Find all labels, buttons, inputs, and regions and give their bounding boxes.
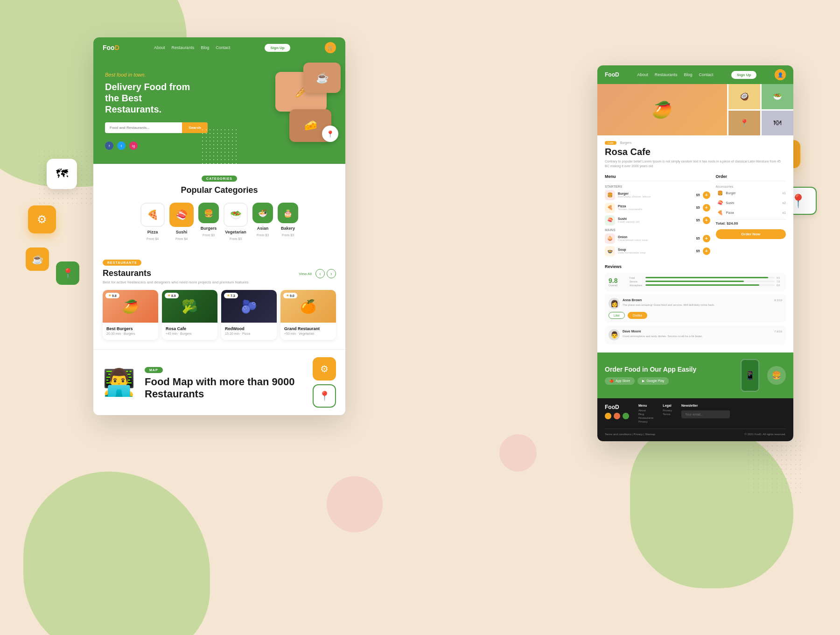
social-instagram[interactable]: ig: [129, 141, 138, 150]
detail-columns: Menu STARTERS 🍔 Burger Beef patty, chees…: [597, 174, 793, 264]
right-nav-about[interactable]: About: [637, 72, 648, 77]
footer-link-0-0[interactable]: About: [638, 409, 653, 412]
footer-link-0-3[interactable]: Privacy: [638, 420, 653, 423]
nav-link-restaurants[interactable]: Restaurants: [172, 45, 195, 50]
category-sushi[interactable]: 🍣 Sushi From $4: [169, 203, 194, 240]
menu-item-price-soup: $5: [696, 249, 700, 253]
add-btn-soup[interactable]: +: [703, 247, 710, 255]
view-all-btn[interactable]: View All: [299, 272, 312, 276]
category-vegetarian-price: From $3: [230, 237, 242, 240]
category-asian-price: From $3: [257, 233, 269, 237]
category-sushi-name: Sushi: [176, 230, 188, 234]
nav-link-contact[interactable]: Contact: [216, 45, 230, 50]
right-nav-restaurants[interactable]: Restaurants: [655, 72, 678, 77]
right-nav-blog[interactable]: Blog: [684, 72, 692, 77]
next-arrow[interactable]: ›: [327, 269, 336, 278]
apple-store-btn[interactable]: 🍎 App Store: [605, 377, 635, 385]
restaurant-name-3: Grand Restaurant: [284, 326, 332, 331]
social-facebook[interactable]: f: [105, 141, 113, 150]
restaurant-photos: 🥭 🥥 🥗 📍 🍽: [597, 84, 793, 135]
restaurant-category-3: Vegetarian: [299, 332, 314, 335]
footer-col-title-1: Legal: [663, 404, 672, 407]
map-title: Food Map with more than 9000 Restaurants: [145, 376, 303, 401]
restaurant-card-1[interactable]: 🥦 ★ 8.9 Rosa Cafe +45 min · Burgers: [162, 290, 217, 340]
prev-arrow[interactable]: ‹: [315, 269, 325, 278]
restaurant-card-2[interactable]: 🫐 ★ 7.3 RedWood 15-20 min · Pizza: [221, 290, 277, 340]
reviewer-score-val-2: 7.9: [774, 330, 778, 333]
footer-newsletter: Newsletter: [681, 404, 730, 424]
menu-item-soup: 🍲 Soup Daily homemade soup $5 +: [605, 246, 710, 256]
menu-item-name-pizza: Pizza: [618, 205, 693, 208]
rating-badge-3: ★ 9.0: [283, 293, 297, 298]
order-item-name-0: Burger: [726, 191, 781, 195]
category-bakery[interactable]: 🎂 Bakery From $3: [278, 203, 298, 240]
right-nav-signup[interactable]: Sign Up: [731, 71, 756, 79]
dislike-btn-1[interactable]: Dislike: [628, 312, 648, 319]
review-0-score: 9.8: [609, 277, 625, 284]
app-title: Order Food in Our App Easily: [605, 366, 733, 374]
reviewer-avatar-2: 👨: [609, 329, 620, 340]
menu-cat-1: MAINS: [605, 228, 710, 232]
add-btn-burger[interactable]: +: [703, 191, 710, 199]
menu-item-info-sushi: Sushi Fresh salmon roll: [618, 217, 693, 223]
rating-value-1: 8.9: [171, 294, 176, 297]
footer-top: FooD Menu About Blog Restaurants Privacy…: [605, 404, 786, 424]
footer-newsletter-input[interactable]: [681, 410, 730, 418]
review-card-2: 👨 Dave Moore 7.9/10 Good atmosphere and …: [605, 325, 786, 344]
order-now-btn[interactable]: Order Now: [716, 229, 786, 239]
right-nav-cart[interactable]: 👤: [775, 69, 786, 80]
add-btn-onion[interactable]: +: [703, 235, 710, 242]
floating-coffee-box: ☕: [26, 247, 49, 271]
menu-item-info-soup: Soup Daily homemade soup: [618, 248, 693, 254]
nav-signup-btn[interactable]: Sign Up: [265, 44, 290, 52]
restaurant-breadcrumb: Café Burgers: [605, 141, 786, 145]
restaurant-category-2: Pizza: [242, 332, 250, 335]
category-burgers[interactable]: 🍔 Burgers From $3: [198, 203, 219, 240]
menu-column: Menu STARTERS 🍔 Burger Beef patty, chees…: [605, 174, 710, 259]
footer-social-1[interactable]: [605, 413, 611, 419]
restaurant-card-3[interactable]: 🍊 ★ 9.0 Grand Restaurant +50 min · Veget…: [280, 290, 336, 340]
restaurant-img-0: 🥭 ★ 9.8: [103, 290, 158, 323]
like-btn-1[interactable]: Like: [609, 312, 625, 319]
footer-newsletter-title: Newsletter: [681, 404, 730, 407]
right-nav-contact[interactable]: Contact: [699, 72, 713, 77]
review-actions-1: Like Dislike: [609, 312, 782, 319]
restaurant-time-0: 20-30 min: [106, 332, 121, 335]
app-text: Order Food in Our App Easily 🍎 App Store…: [605, 366, 733, 385]
categories-grid: 🍕 Pizza From $4 🍣 Sushi From $4 🍔 Burger…: [103, 203, 336, 240]
menu-item-icon-sushi: 🍣: [605, 215, 615, 226]
nav-cart-icon[interactable]: 🛒: [325, 42, 336, 53]
category-pizza[interactable]: 🍕 Pizza From $4: [140, 203, 165, 240]
footer-link-0-1[interactable]: Blog: [638, 413, 653, 416]
restaurant-info-1: Rosa Cafe +45 min · Burgers: [162, 323, 217, 340]
review-bar-atm-track: [645, 284, 775, 286]
google-play-btn[interactable]: ▶ Google Play: [637, 377, 669, 385]
footer-link-0-2[interactable]: Restaurants: [638, 416, 653, 419]
rating-value-3: 9.0: [290, 294, 294, 297]
nav-link-about[interactable]: About: [154, 45, 165, 50]
add-btn-pizza[interactable]: +: [703, 204, 710, 212]
footer-link-1-0[interactable]: Privacy: [663, 409, 672, 412]
social-twitter[interactable]: t: [117, 141, 126, 150]
nav-link-blog[interactable]: Blog: [201, 45, 209, 50]
category-vegetarian[interactable]: 🥗 Vegetarian From $3: [224, 203, 248, 240]
category-sushi-price: From $4: [175, 237, 188, 240]
menu-item-desc-soup: Daily homemade soup: [618, 251, 693, 254]
category-asian[interactable]: 🍜 Asian From $3: [252, 203, 273, 240]
footer-link-1-1[interactable]: Terms: [663, 413, 672, 416]
right-nav: FooD About Restaurants Blog Contact Sign…: [597, 65, 793, 84]
hero-search-input[interactable]: [105, 122, 182, 133]
category-pizza-icon: 🍕: [140, 203, 165, 227]
map-text-area: MAP Food Map with more than 9000 Restaur…: [145, 365, 303, 401]
footer-social-3[interactable]: [623, 413, 629, 419]
footer-social-2[interactable]: [614, 413, 620, 419]
restaurant-name-1: Rosa Cafe: [166, 326, 214, 331]
category-burgers-icon: 🍔: [198, 203, 219, 223]
nav-logo-left: FooD: [103, 44, 119, 51]
nav-left: FooD About Restaurants Blog Contact Sign…: [93, 37, 345, 58]
restaurant-card-0[interactable]: 🥭 ★ 9.8 Best Burgers 20-30 min · Burgers: [103, 290, 158, 340]
order-column: Order Accessories 🍔 Burger x1 🍣 Sushi x2…: [716, 174, 786, 259]
rating-badge-1: ★ 8.9: [165, 293, 179, 298]
review-bar-service: Service 7.6: [630, 280, 782, 283]
add-btn-sushi[interactable]: +: [703, 217, 710, 224]
